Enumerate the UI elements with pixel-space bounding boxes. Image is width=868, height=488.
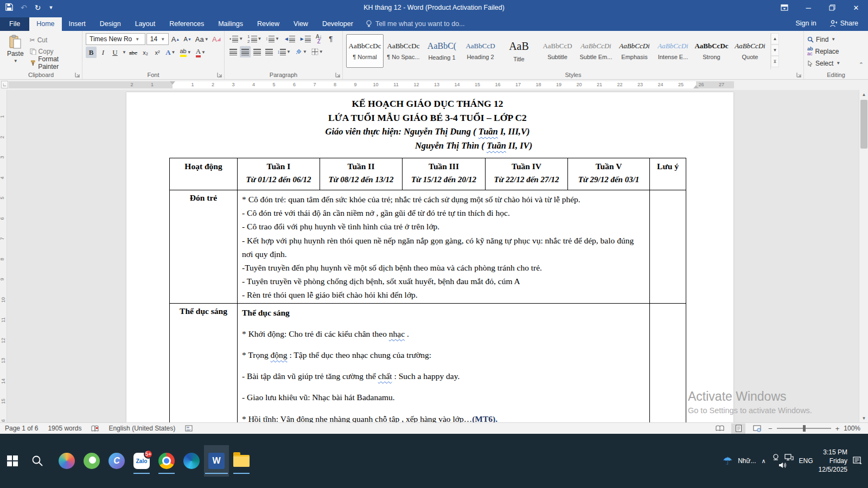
sort-button[interactable]: A↓Z (314, 33, 324, 44)
taskbar-search-button[interactable] (25, 445, 50, 477)
tab-layout[interactable]: Layout (128, 17, 163, 31)
camera-icon[interactable] (771, 454, 780, 461)
taskbar-chrome-icon[interactable] (154, 445, 179, 477)
line-spacing-button[interactable]: ↕▼ (276, 46, 292, 57)
taskbar-zalo-icon[interactable]: Zalo 5+ (129, 445, 154, 477)
select-button[interactable]: Select▼ (807, 58, 866, 68)
ribbon-display-options-icon[interactable] (773, 0, 796, 15)
taskbar-edge-icon[interactable] (179, 445, 204, 477)
style-subtitle[interactable]: AaBbCcDSubtitle (539, 34, 576, 68)
style-normal[interactable]: AaBbCcDc¶ Normal (346, 34, 384, 68)
minimize-button[interactable]: ─ (796, 0, 820, 15)
styles-scroll-down-icon[interactable]: ▼ (771, 44, 779, 56)
scroll-up-icon[interactable]: ▲ (859, 90, 868, 99)
scrollbar-thumb[interactable] (860, 100, 867, 149)
superscript-button[interactable]: x² (152, 47, 163, 58)
style-quote[interactable]: AaBbCcDiQuote (731, 34, 769, 68)
align-center-button[interactable] (240, 46, 251, 57)
first-line-indent-marker[interactable] (170, 81, 175, 85)
collapse-ribbon-icon[interactable]: ⌃ (859, 61, 864, 68)
tab-review[interactable]: Review (250, 17, 286, 31)
input-language-indicator[interactable]: ENG (799, 457, 813, 465)
zoom-slider[interactable]: − + (768, 425, 839, 433)
highlight-button[interactable]: ab▼ (178, 47, 193, 58)
vertical-scrollbar[interactable]: ▲ ▼ (859, 90, 868, 422)
text-effects-button[interactable]: A▼ (164, 47, 177, 58)
style-emphasis[interactable]: AaBbCcDiEmphasis (616, 34, 653, 68)
style-subtle-emphasis[interactable]: AaBbCcDiSubtle Em... (577, 34, 615, 68)
tab-references[interactable]: References (162, 17, 211, 31)
save-icon[interactable] (5, 3, 13, 12)
macro-recording-icon[interactable] (180, 423, 197, 434)
volume-icon[interactable] (778, 462, 787, 468)
horizontal-ruler[interactable]: ∟ 21123456789101112131415161718192021222… (0, 80, 868, 90)
decrease-indent-button[interactable]: ◄ (282, 33, 297, 44)
shrink-font-button[interactable]: A▼ (182, 34, 193, 45)
clear-formatting-button[interactable]: A◢ (211, 34, 222, 45)
replace-button[interactable]: abac Replace (807, 46, 866, 56)
font-name-combo[interactable]: Times New Ro▼ (86, 33, 145, 45)
justify-button[interactable] (264, 46, 275, 57)
tab-design[interactable]: Design (93, 17, 128, 31)
strikethrough-button[interactable]: abc (127, 47, 139, 58)
repeat-icon[interactable]: ↻ (35, 4, 41, 11)
font-dialog-launcher-icon[interactable] (217, 72, 222, 78)
zoom-out-icon[interactable]: − (768, 425, 773, 433)
tab-view[interactable]: View (286, 17, 315, 31)
style-strong[interactable]: AaBbCcDcStrong (693, 34, 730, 68)
numbering-button[interactable]: 12▼ (246, 33, 263, 44)
scroll-down-icon[interactable]: ▼ (859, 414, 868, 422)
page-indicator[interactable]: Page 1 of 6 (0, 423, 43, 434)
grow-font-button[interactable]: A▲ (170, 34, 181, 45)
vertical-ruler[interactable]: 12345678910111213141516 (0, 90, 7, 422)
align-left-button[interactable] (228, 46, 239, 57)
word-count[interactable]: 1905 words (43, 423, 86, 434)
styles-dialog-launcher-icon[interactable] (796, 72, 802, 78)
paste-button[interactable]: Paste ▼ (3, 33, 28, 69)
web-layout-button[interactable] (750, 423, 764, 434)
underline-button[interactable]: U (110, 47, 120, 58)
style-heading1[interactable]: AaBbC(Heading 1 (423, 34, 461, 68)
customize-quick-access-icon[interactable]: ▼ (48, 5, 53, 10)
tab-mailings[interactable]: Mailings (211, 17, 250, 31)
style-heading2[interactable]: AaBbCcDHeading 2 (462, 34, 499, 68)
print-layout-button[interactable] (731, 423, 745, 434)
bold-button[interactable]: B (86, 47, 97, 58)
taskbar-word-icon[interactable]: W (204, 445, 229, 477)
close-button[interactable]: ✕ (844, 0, 868, 15)
paste-dropdown-icon[interactable]: ▼ (14, 59, 18, 63)
find-button[interactable]: Find▼ (807, 34, 866, 44)
cut-button[interactable]: ✂ Cut (30, 35, 80, 45)
paragraph-dialog-launcher-icon[interactable] (335, 72, 341, 78)
style-no-spacing[interactable]: AaBbCcDc¶ No Spac... (385, 34, 422, 68)
increase-indent-button[interactable]: ► (298, 33, 312, 44)
styles-gallery-more-icon[interactable]: ⊻ (771, 56, 779, 67)
tell-me-box[interactable]: Tell me what you want to do... (360, 20, 470, 31)
font-size-combo[interactable]: 14▼ (146, 33, 169, 45)
show-formatting-marks-button[interactable]: ¶ (326, 33, 336, 44)
tab-developer[interactable]: Developer (315, 17, 360, 31)
tab-file[interactable]: File (0, 17, 29, 31)
bullets-button[interactable]: •▼ (228, 33, 245, 44)
taskbar-copilot-icon[interactable] (54, 445, 79, 477)
shading-button[interactable]: ▼ (293, 46, 309, 57)
zoom-percent[interactable]: 100% (844, 425, 860, 432)
tray-expand-chevron-icon[interactable]: ∧ (762, 458, 766, 465)
subscript-button[interactable]: x₂ (140, 47, 151, 58)
borders-button[interactable]: ▼ (310, 46, 325, 57)
tab-selector-icon[interactable]: ∟ (1, 81, 8, 88)
italic-button[interactable]: I (98, 47, 108, 58)
taskbar-coccoc-icon[interactable] (79, 445, 104, 477)
start-button[interactable] (0, 445, 25, 477)
zoom-slider-thumb[interactable] (803, 425, 806, 432)
format-painter-button[interactable]: Format Painter (30, 57, 80, 68)
undo-icon[interactable]: ↶ (21, 4, 27, 11)
style-intense-emphasis[interactable]: AaBbCcDiIntense E... (654, 34, 692, 68)
clipboard-dialog-launcher-icon[interactable] (75, 72, 80, 78)
font-color-button[interactable]: A▼ (194, 47, 207, 58)
taskbar-file-explorer-icon[interactable] (229, 445, 254, 477)
restore-button[interactable] (820, 0, 844, 15)
zoom-in-icon[interactable]: + (835, 425, 840, 433)
styles-scroll-up-icon[interactable]: ▲ (771, 33, 779, 44)
proofing-errors-icon[interactable] (86, 423, 104, 434)
